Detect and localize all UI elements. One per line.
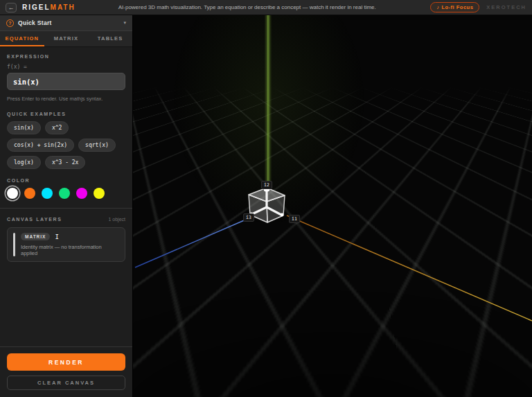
expression-input[interactable] xyxy=(7,73,125,90)
color-section-label: COLOR xyxy=(7,178,125,183)
tab-matrix[interactable]: MATRIX xyxy=(44,31,89,46)
chevron-down-icon: ▾ xyxy=(123,20,126,26)
sidebar-footer: RENDER CLEAR CANVAS xyxy=(0,346,132,397)
z-axis-line xyxy=(135,217,252,267)
viewport-3d-canvas[interactable]: î2 î3 î1 xyxy=(133,15,532,397)
quick-examples-list: sin(x) x^2 cos(x) + sin(2x) sqrt(x) log(… xyxy=(7,121,125,169)
music-note-icon: ♪ xyxy=(436,4,439,10)
app-window: ← RIGELMATH AI-powered 3D math visualiza… xyxy=(0,0,532,397)
logo-part-math: MATH xyxy=(51,3,76,11)
layers-count-badge: 1 object xyxy=(108,217,125,222)
quick-examples-section-label: QUICK EXAMPLES xyxy=(7,112,125,116)
layer-content: MATRIX I Identity matrix — no transforma… xyxy=(21,233,119,256)
matrix-type-badge: MATRIX xyxy=(21,233,50,240)
lofi-focus-label: Lo-fi Focus xyxy=(441,4,473,10)
header-bar: ← RIGELMATH AI-powered 3D math visualiza… xyxy=(0,0,532,15)
example-pill[interactable]: sin(x) xyxy=(7,121,41,134)
x-arrowhead xyxy=(281,213,284,217)
logo-part-rigel: RIGEL xyxy=(22,3,51,11)
axes-and-cube-scene xyxy=(133,15,532,397)
color-swatch-yellow[interactable] xyxy=(94,188,105,199)
expression-hint: Press Enter to render. Use mathjs syntax… xyxy=(7,96,125,102)
example-pill[interactable]: x^3 - 2x xyxy=(45,156,86,169)
fx-label: f(x) = xyxy=(7,64,125,70)
x-axis-line xyxy=(287,215,532,321)
back-button[interactable]: ← xyxy=(6,3,17,12)
example-pill[interactable]: x^2 xyxy=(45,121,69,134)
layer-description: Identity matrix — no transformation appl… xyxy=(21,244,119,256)
quick-start-label: Quick Start xyxy=(18,19,52,26)
y-axis-label-badge: î2 xyxy=(261,181,272,189)
layer-item-matrix[interactable]: MATRIX I Identity matrix — no transforma… xyxy=(7,227,125,262)
example-pill[interactable]: cos(x) + sin(2x) xyxy=(7,139,74,152)
canvas-layers-header: CANVAS LAYERS 1 object xyxy=(7,217,125,222)
section-divider xyxy=(0,208,132,209)
header-tagline: AI-powered 3D math visualization. Type a… xyxy=(118,4,376,10)
color-swatch-cyan[interactable] xyxy=(42,188,53,199)
layer-accent-bar xyxy=(13,233,15,256)
color-swatch-white[interactable] xyxy=(7,188,18,199)
example-pill[interactable]: log(x) xyxy=(7,156,41,169)
x-axis-label-badge: î1 xyxy=(289,215,300,223)
color-swatch-green[interactable] xyxy=(59,188,70,199)
back-arrow-icon: ← xyxy=(8,4,15,11)
tab-equation[interactable]: EQUATION xyxy=(0,31,44,46)
clear-canvas-button[interactable]: CLEAR CANVAS xyxy=(7,376,125,390)
app-logo: RIGELMATH xyxy=(22,3,76,11)
expression-section-label: EXPRESSION xyxy=(7,54,125,59)
sidebar: ? Quick Start ▾ EQUATION MATRIX TABLES E… xyxy=(0,15,133,397)
color-swatch-magenta[interactable] xyxy=(76,188,87,199)
sidebar-tabs: EQUATION MATRIX TABLES xyxy=(0,31,132,47)
help-icon: ? xyxy=(6,19,14,27)
canvas-layers-label: CANVAS LAYERS xyxy=(7,217,62,222)
layer-title-row: MATRIX I xyxy=(21,233,119,240)
color-swatches xyxy=(7,188,125,199)
vendor-label: XEROTECH xyxy=(486,4,526,10)
quick-start-toggle[interactable]: ? Quick Start ▾ xyxy=(0,15,132,31)
lofi-focus-button[interactable]: ♪ Lo-fi Focus xyxy=(430,2,479,12)
example-pill[interactable]: sqrt(x) xyxy=(78,139,116,152)
header-actions: ♪ Lo-fi Focus XEROTECH xyxy=(430,2,526,12)
render-button[interactable]: RENDER xyxy=(7,353,125,371)
equation-panel: EXPRESSION f(x) = Press Enter to render.… xyxy=(0,47,132,346)
z-axis-label-badge: î3 xyxy=(243,213,254,222)
tab-tables[interactable]: TABLES xyxy=(88,31,132,46)
matrix-symbol: I xyxy=(55,233,58,240)
color-swatch-orange[interactable] xyxy=(24,188,35,199)
